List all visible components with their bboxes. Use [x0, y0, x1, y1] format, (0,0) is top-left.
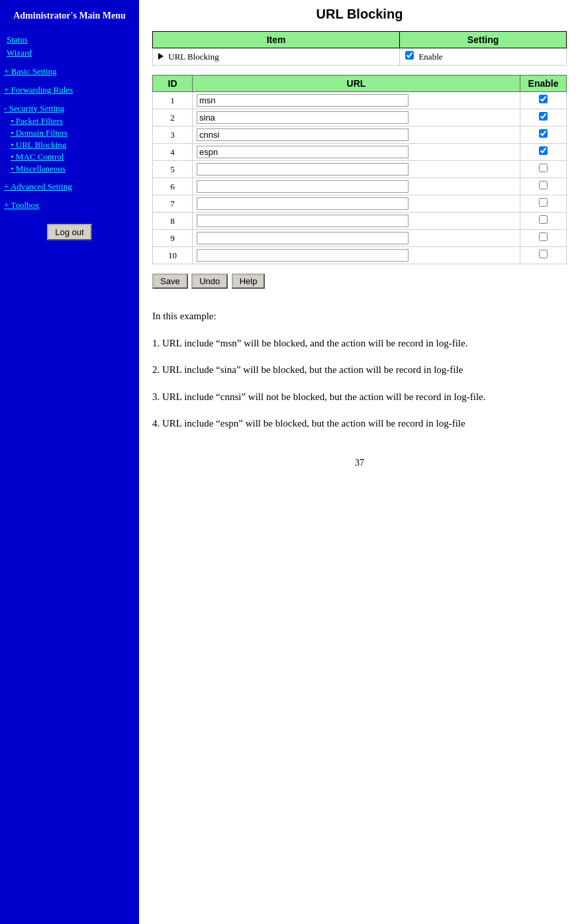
row-enable-cell	[520, 127, 567, 144]
sidebar-url-blocking[interactable]: URL Blocking	[9, 139, 139, 151]
row-enable-checkbox-5[interactable]	[539, 164, 548, 172]
sidebar-security-setting[interactable]: - Security Setting	[0, 101, 139, 115]
row-enable-checkbox-4[interactable]	[539, 146, 548, 155]
logout-button[interactable]: Log out	[47, 224, 91, 240]
example-4: 4. URL include “espn” will be blocked, b…	[152, 416, 567, 431]
sidebar-domain-filters[interactable]: Domain Filters	[9, 127, 139, 139]
sidebar: Administrator's Main Menu Status Wizard …	[0, 0, 139, 924]
row-enable-checkbox-6[interactable]	[539, 181, 548, 189]
sidebar-title: Administrator's Main Menu	[0, 5, 139, 29]
row-enable-cell	[520, 144, 567, 161]
example-3: 3. URL include “cnnsi” will not be block…	[152, 389, 567, 405]
enable-label: Enable	[418, 52, 442, 62]
sidebar-item-status[interactable]: Status	[0, 33, 139, 46]
row-id: 8	[153, 213, 193, 230]
row-enable-checkbox-10[interactable]	[539, 250, 548, 258]
row-enable-cell	[520, 92, 567, 109]
table-row: 7	[153, 195, 567, 213]
save-button[interactable]: Save	[152, 274, 188, 289]
url-input-9[interactable]	[197, 232, 409, 244]
row-url-cell	[193, 195, 520, 213]
table-row: 6	[153, 178, 567, 195]
row-enable-checkbox-9[interactable]	[539, 232, 548, 241]
table-row: 5	[153, 161, 567, 178]
row-enable-cell	[520, 161, 567, 178]
example-section: In this example: 1. URL include “msn” wi…	[152, 309, 567, 431]
main-content: URL Blocking Item Setting URL Blocking E…	[139, 0, 580, 924]
sidebar-basic-setting[interactable]: + Basic Setting	[0, 64, 139, 78]
button-row: Save Undo Help	[152, 274, 567, 289]
url-input-10[interactable]	[197, 249, 409, 262]
sidebar-forwarding-rules[interactable]: + Forwarding Rules	[0, 82, 139, 97]
row-url-cell	[193, 230, 520, 247]
row-enable-checkbox-8[interactable]	[539, 215, 548, 224]
row-id: 5	[153, 161, 193, 178]
row-id: 6	[153, 178, 193, 195]
table-row: 10	[153, 247, 567, 264]
sidebar-mac-control[interactable]: MAC Control	[9, 151, 139, 163]
table-row: 4	[153, 144, 567, 161]
sidebar-advanced-setting[interactable]: + Advanced Setting	[0, 179, 139, 193]
row-id: 9	[153, 230, 193, 247]
row-id: 4	[153, 144, 193, 161]
row-url-cell	[193, 178, 520, 195]
enable-table: Item Setting URL Blocking Enable	[152, 31, 567, 66]
sidebar-toolbox[interactable]: + Toolbox	[0, 197, 139, 212]
row-enable-checkbox-3[interactable]	[539, 129, 548, 138]
url-input-6[interactable]	[197, 180, 409, 193]
table-row: 8	[153, 213, 567, 230]
url-col-enable: Enable	[520, 76, 567, 92]
enable-checkbox[interactable]	[405, 51, 414, 60]
url-input-3[interactable]	[197, 128, 409, 141]
url-col-id: ID	[153, 76, 193, 92]
row-id: 10	[153, 247, 193, 264]
row-enable-cell	[520, 230, 567, 247]
row-id: 2	[153, 109, 193, 127]
example-2: 2. URL include “sina” will be blocked, b…	[152, 362, 567, 378]
row-id: 3	[153, 127, 193, 144]
url-input-2[interactable]	[197, 111, 409, 124]
enable-row-setting: Enable	[400, 48, 567, 66]
example-title: In this example:	[152, 309, 567, 324]
row-id: 7	[153, 195, 193, 213]
help-button[interactable]: Help	[232, 274, 266, 289]
row-enable-checkbox-1[interactable]	[539, 95, 548, 103]
url-input-8[interactable]	[197, 215, 409, 227]
row-enable-cell	[520, 195, 567, 213]
table-row: 9	[153, 230, 567, 247]
table-row: 3	[153, 127, 567, 144]
row-enable-checkbox-7[interactable]	[539, 198, 548, 207]
table-row: 2	[153, 109, 567, 127]
url-table: ID URL Enable 12345678910	[152, 75, 567, 264]
url-input-7[interactable]	[197, 197, 409, 210]
url-input-4[interactable]	[197, 146, 409, 158]
row-enable-cell	[520, 178, 567, 195]
row-url-cell	[193, 213, 520, 230]
row-enable-checkbox-2[interactable]	[539, 112, 548, 121]
row-enable-cell	[520, 213, 567, 230]
row-url-cell	[193, 161, 520, 178]
page-number: 37	[152, 458, 567, 468]
sidebar-packet-filters[interactable]: Packet Filters	[9, 115, 139, 127]
url-col-url: URL	[193, 76, 520, 92]
example-1: 1. URL include “msn” will be blocked, an…	[152, 336, 567, 351]
row-url-cell	[193, 109, 520, 127]
enable-col-setting: Setting	[400, 32, 567, 48]
row-enable-cell	[520, 247, 567, 264]
row-url-cell	[193, 144, 520, 161]
row-id: 1	[153, 92, 193, 109]
row-url-cell	[193, 127, 520, 144]
undo-button[interactable]: Undo	[191, 274, 228, 289]
sidebar-miscellaneous[interactable]: Miscellaneous	[9, 163, 139, 175]
url-input-5[interactable]	[197, 163, 409, 176]
table-row: 1	[153, 92, 567, 109]
row-url-cell	[193, 247, 520, 264]
sidebar-item-wizard[interactable]: Wizard	[0, 46, 139, 60]
sidebar-security-submenu: Packet Filters Domain Filters URL Blocki…	[0, 115, 139, 175]
row-enable-cell	[520, 109, 567, 127]
url-input-1[interactable]	[197, 94, 409, 107]
enable-row-item: URL Blocking	[153, 48, 400, 66]
arrow-right-icon	[158, 53, 164, 60]
page-title: URL Blocking	[152, 7, 567, 22]
row-url-cell	[193, 92, 520, 109]
